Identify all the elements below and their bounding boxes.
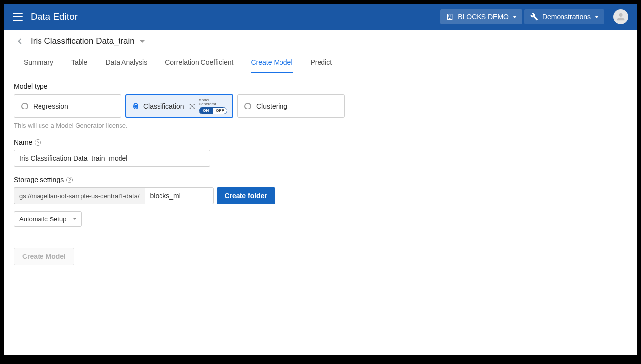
radio-icon: [21, 103, 28, 109]
name-label: Name ?: [14, 138, 627, 146]
app-title: Data Editor: [31, 11, 440, 22]
tab-data-analysis[interactable]: Data Analysis: [105, 53, 147, 73]
person-icon: [615, 11, 626, 22]
back-icon[interactable]: [18, 38, 23, 44]
breadcrumb-title: Iris Classification Data_train: [31, 36, 135, 46]
clustering-label: Clustering: [256, 102, 287, 110]
model-type-options: Regression Classification Model Generato…: [14, 94, 627, 118]
toggle-off: OFF: [213, 108, 227, 114]
menu-icon[interactable]: [13, 13, 23, 21]
help-icon[interactable]: ?: [35, 139, 41, 146]
caret-down-icon: [595, 16, 599, 18]
model-type-label: Model type: [14, 82, 627, 90]
app-frame: Data Editor BLOCKS DEMO Demonstrations I…: [4, 4, 637, 355]
model-type-clustering[interactable]: Clustering: [237, 94, 345, 118]
create-model-button[interactable]: Create Model: [14, 248, 74, 265]
topbar-right: BLOCKS DEMO Demonstrations: [440, 9, 628, 24]
mg-label: Model Generator: [199, 98, 227, 106]
tab-create-model[interactable]: Create Model: [251, 53, 292, 73]
content: Iris Classification Data_train Summary T…: [4, 30, 637, 355]
caret-down-icon: [513, 16, 517, 18]
storage-label: Storage settings ?: [14, 176, 627, 183]
toggle-on: ON: [199, 108, 213, 114]
setup-select-value: Automatic Setup: [19, 216, 66, 223]
topbar: Data Editor BLOCKS DEMO Demonstrations: [4, 4, 637, 30]
storage-row: gs://magellan-iot-sample-us-central1-dat…: [14, 187, 627, 204]
radio-icon: [244, 103, 251, 109]
radio-icon: [133, 103, 138, 109]
model-type-section: Model type Regression Classification Mod…: [14, 82, 627, 129]
demos-label: Demonstrations: [542, 13, 591, 21]
classification-label: Classification: [143, 102, 184, 110]
setup-select[interactable]: Automatic Setup: [14, 211, 82, 227]
network-icon: [189, 103, 196, 109]
tab-table[interactable]: Table: [71, 53, 87, 73]
tab-predict[interactable]: Predict: [311, 53, 332, 73]
model-generator-block: Model Generator ON OFF: [189, 98, 227, 114]
name-section: Name ?: [14, 138, 627, 167]
building-icon: [446, 13, 454, 21]
project-label: BLOCKS DEMO: [458, 13, 509, 21]
storage-folder-input[interactable]: [145, 187, 214, 204]
name-input[interactable]: [14, 150, 210, 167]
avatar[interactable]: [613, 9, 628, 24]
breadcrumb-dropdown-icon[interactable]: [140, 40, 145, 43]
mg-toggle[interactable]: ON OFF: [199, 107, 227, 114]
storage-section: Storage settings ? gs://magellan-iot-sam…: [14, 176, 627, 227]
license-helper: This will use a Model Generator license.: [14, 122, 627, 129]
help-icon[interactable]: ?: [66, 177, 73, 183]
chevron-down-icon: [73, 218, 77, 220]
regression-label: Regression: [33, 102, 68, 110]
tabs: Summary Table Data Analysis Correlation …: [14, 53, 627, 73]
model-type-regression[interactable]: Regression: [14, 94, 121, 118]
project-selector[interactable]: BLOCKS DEMO: [440, 9, 522, 24]
model-type-classification[interactable]: Classification Model Generator ON OFF: [125, 94, 233, 118]
wrench-icon: [530, 13, 538, 21]
create-folder-button[interactable]: Create folder: [217, 187, 275, 204]
breadcrumb: Iris Classification Data_train: [14, 30, 627, 51]
demonstrations-button[interactable]: Demonstrations: [524, 9, 604, 24]
storage-prefix: gs://magellan-iot-sample-us-central1-dat…: [14, 187, 145, 204]
tab-correlation[interactable]: Correlation Coefficient: [165, 53, 233, 73]
tab-summary[interactable]: Summary: [24, 53, 53, 73]
